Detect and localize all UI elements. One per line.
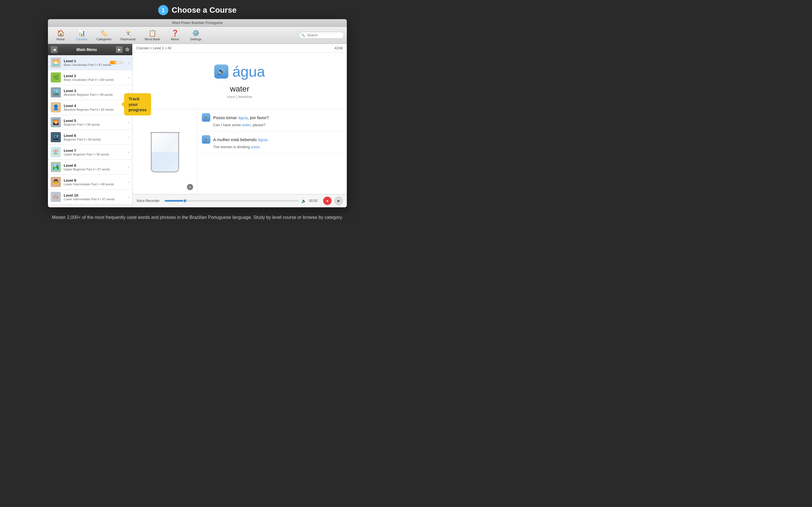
app-window: Word Power Brazilian Portuguese 🏠 Home 📊… — [48, 19, 347, 207]
level-name-7: Level 7 — [64, 149, 127, 153]
nav-about[interactable]: ❓ About — [165, 29, 185, 42]
nav-settings[interactable]: ⚙️ Settings — [186, 29, 206, 42]
waveform-bar[interactable] — [165, 200, 299, 202]
level-name-4: Level 4 — [64, 104, 127, 108]
level-desc-3: Absolute Beginner Part I • 89 words — [64, 93, 127, 96]
sentence-en-2: The woman is drinking water. — [202, 145, 342, 149]
level-name-5: Level 5 — [64, 119, 127, 123]
level-thumb-7: 🏖️ — [51, 147, 61, 157]
breadcrumb: Courses > Level 1 > All — [137, 46, 171, 50]
track-progress-tooltip: Track your progress — [124, 93, 151, 115]
level-desc-5: Beginner Part I • 96 words — [64, 123, 127, 126]
level-thumb-6: 🌃 — [51, 132, 61, 142]
level-desc-4: Absolute Beginner Part II • 82 words — [64, 108, 127, 111]
level-desc-8: Upper Beginner Part II • 97 words — [64, 168, 127, 171]
word-audio-button[interactable]: 🔊 — [214, 64, 229, 78]
word-image: + — [133, 109, 197, 194]
level-thumb-8: 🏞️ — [51, 162, 61, 172]
chevron-icon-8: › — [128, 165, 130, 169]
sound-wave-icon: 🔈 — [301, 199, 306, 203]
level-item-9[interactable]: 👨 Level 9 Lower Intermediate Part I • 98… — [48, 175, 132, 189]
examples-area: + 🔊 Posso tomar água, por favor? Can I h… — [133, 109, 347, 194]
settings-icon: ⚙️ — [192, 30, 200, 37]
chevron-icon-1: › — [128, 60, 130, 65]
sentence-audio-2[interactable]: 🔊 — [202, 135, 210, 144]
sidebar-title: Main Menu — [60, 47, 114, 52]
flashcards-icon: 🃏 — [124, 30, 132, 37]
level-item-6[interactable]: 🌃 Level 6 Beginner Part II • 99 words › — [48, 130, 132, 145]
nav-wordbank[interactable]: 📋 Word Bank — [141, 29, 164, 42]
play-button[interactable]: ▶ — [335, 196, 343, 205]
recorder-progress: 🔈 — [165, 199, 306, 203]
top-bar: 1 Choose a Course — [0, 0, 395, 19]
nav-home[interactable]: 🏠 Home — [51, 29, 70, 42]
search-wrap — [299, 32, 344, 39]
sidebar-forward-button[interactable]: ▶ — [116, 46, 123, 53]
chevron-icon-5: › — [128, 120, 130, 124]
level-name-6: Level 6 — [64, 133, 127, 138]
level-name-8: Level 8 — [64, 163, 127, 168]
sentence-audio-1[interactable]: 🔊 — [202, 113, 210, 122]
level-item-3[interactable]: 🏙️ Level 3 Absolute Beginner Part I • 89… — [48, 85, 132, 100]
chevron-icon-7: › — [128, 150, 130, 154]
time-display: 00:00 — [309, 199, 320, 203]
zoom-icon[interactable]: + — [187, 184, 193, 190]
recorder-label: Voice Recorder — [137, 199, 162, 203]
wordbank-icon: 📋 — [149, 30, 156, 37]
level-item-7[interactable]: 🏖️ Level 7 Upper Beginner Part I • 90 wo… — [48, 145, 132, 160]
level-thumb-1: 🌅 — [51, 57, 61, 68]
search-input[interactable] — [299, 32, 344, 39]
level-thumb-3: 🏙️ — [51, 87, 61, 98]
sentence-item-2: 🔊 A mulher está bebendo água. The woman … — [197, 131, 347, 153]
level-item-8[interactable]: 🏞️ Level 8 Upper Beginner Part II • 97 w… — [48, 160, 132, 175]
about-icon: ❓ — [171, 30, 179, 37]
level-list: 🌅 Level 1 Basic Vocabulary Part I • 87 w… — [48, 55, 132, 207]
nav-courses[interactable]: 📊 Courses — [71, 29, 91, 42]
content-area: ◀ Main Menu ▶ ☆ Track your progress 🌅 Le… — [48, 44, 347, 207]
chevron-icon-9: › — [128, 180, 130, 184]
title-bar: Word Power Brazilian Portuguese — [48, 19, 347, 27]
level-item-5[interactable]: 🌄 Level 5 Beginner Part I • 96 words › — [48, 115, 132, 130]
chevron-icon-10: › — [128, 194, 130, 199]
level-name-2: Level 2 — [64, 74, 127, 78]
level-thumb-5: 🌄 — [51, 117, 61, 127]
level-thumb-2: 🌿 — [51, 72, 61, 82]
courses-icon: 📊 — [78, 30, 86, 37]
categories-icon: 🏷️ — [100, 30, 108, 37]
sentences-list: 🔊 Posso tomar água, por favor? Can I hav… — [197, 109, 347, 194]
page-title: Choose a Course — [172, 6, 237, 15]
level-item-1[interactable]: 🌅 Level 1 Basic Vocabulary Part I • 87 w… — [48, 55, 132, 70]
sidebar-back-button[interactable]: ◀ — [51, 46, 57, 53]
sidebar-header: ◀ Main Menu ▶ ☆ — [48, 44, 132, 55]
level-item-10[interactable]: 🏘️ Level 10 Lower Intermediate Part II •… — [48, 189, 132, 205]
favorite-icon[interactable]: ☆ — [125, 47, 130, 53]
level-thumb-10: 🏘️ — [51, 192, 61, 202]
sentence-pt-1: Posso tomar água, por favor? — [213, 115, 269, 120]
word-header: 🔊 água — [214, 63, 265, 80]
level-item-4[interactable]: 👤 Level 4 Absolute Beginner Part II • 82… — [48, 100, 132, 115]
nav-flashcards[interactable]: 🃏 Flashcards — [116, 29, 140, 42]
level-name-3: Level 3 — [64, 89, 127, 93]
nav-categories[interactable]: 🏷️ Categories — [93, 29, 115, 42]
sentence-pt-2: A mulher está bebendo água. — [213, 137, 268, 142]
main-content: Courses > Level 1 > All 42/46 🔊 água wat… — [133, 44, 347, 207]
nav-bar: 🏠 Home 📊 Courses 🏷️ Categories 🃏 Flashca… — [48, 27, 347, 44]
sidebar: ◀ Main Menu ▶ ☆ Track your progress 🌅 Le… — [48, 44, 133, 207]
level-name-9: Level 9 — [64, 178, 127, 182]
word-grammar: noun | feminine — [227, 95, 252, 99]
page-count: 42/46 — [335, 46, 343, 50]
level-item-2[interactable]: 🌿 Level 2 Basic Vocabulary Part II • 100… — [48, 70, 132, 85]
level-desc-6: Beginner Part II • 99 words — [64, 138, 127, 141]
home-icon: 🏠 — [57, 30, 64, 37]
sentence-en-1: Can I have some water, please? — [202, 123, 342, 127]
main-word: água — [232, 63, 265, 80]
recorder-bar: Voice Recorder 🔈 00:00 ● ▶ — [133, 194, 347, 207]
word-display: 🔊 água water noun | feminine — [133, 53, 347, 109]
footer-text: Master 2,000+ of the most frequently use… — [0, 207, 395, 228]
level-desc-9: Lower Intermediate Part I • 98 words — [64, 182, 127, 186]
level-desc-2: Basic Vocabulary Part II • 100 words — [64, 78, 127, 81]
chevron-icon-2: › — [128, 75, 130, 80]
chevron-icon-6: › — [128, 135, 130, 139]
record-button[interactable]: ● — [323, 196, 332, 205]
level-desc-7: Upper Beginner Part I • 90 words — [64, 153, 127, 156]
